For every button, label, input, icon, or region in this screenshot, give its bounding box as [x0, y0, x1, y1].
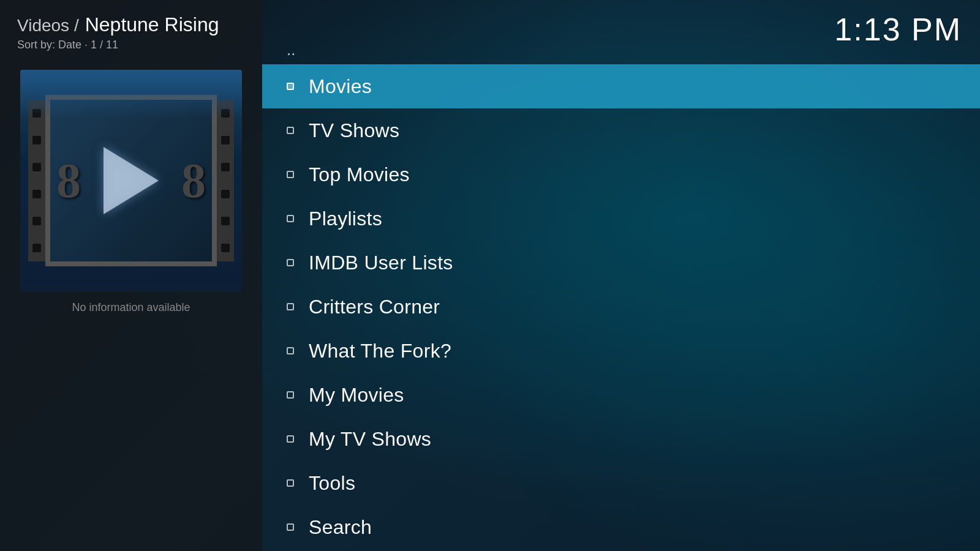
eight-right-label: 8: [181, 153, 206, 209]
menu-item-movies[interactable]: Movies: [262, 64, 980, 108]
sort-info: Sort by: Date · 1 / 11: [17, 39, 245, 51]
film-strip-left: [28, 100, 45, 261]
clock-display: 1:13 PM: [834, 11, 962, 48]
right-panel: 1:13 PM .. MoviesTV ShowsTop MoviesPlayl…: [262, 0, 980, 551]
menu-item-search[interactable]: Search: [262, 505, 980, 549]
menu-bullet-icon: [287, 347, 294, 354]
menu-bullet-icon: [287, 523, 294, 531]
menu-bullet-icon: [287, 479, 294, 487]
menu-item-top-movies[interactable]: Top Movies: [262, 152, 980, 197]
eight-left-label: 8: [56, 153, 81, 209]
menu-item-my-tv-shows[interactable]: My TV Shows: [262, 417, 980, 461]
menu-item-label: TV Shows: [309, 119, 399, 142]
menu-item-label: Critters Corner: [309, 296, 440, 318]
menu-bullet-icon: [287, 83, 294, 90]
menu-list: .. MoviesTV ShowsTop MoviesPlaylistsIMDB…: [262, 36, 980, 549]
menu-item-label: My Movies: [309, 384, 404, 407]
menu-item-label: Search: [309, 516, 372, 539]
menu-item-my-movies[interactable]: My Movies: [262, 373, 980, 417]
film-hole: [32, 190, 41, 198]
breadcrumb-current: Neptune Rising: [85, 13, 219, 36]
film-hole: [32, 136, 41, 144]
breadcrumb-parent: Videos /: [17, 16, 79, 36]
film-hole: [32, 244, 41, 252]
menu-item-label: Playlists: [309, 208, 382, 230]
film-hole: [221, 244, 230, 252]
menu-item-label: IMDB User Lists: [309, 252, 453, 274]
menu-item-label: Tools: [309, 472, 355, 495]
film-strip-right: [217, 100, 234, 261]
film-frame: 8 8: [45, 95, 217, 266]
film-hole: [221, 190, 230, 198]
film-hole: [221, 136, 230, 144]
thumbnail-inner: 8 8: [20, 70, 242, 291]
menu-bullet-icon: [287, 127, 294, 134]
film-hole: [221, 163, 230, 171]
menu-item-label: My TV Shows: [309, 428, 431, 451]
menu-bullet-icon: [287, 435, 294, 443]
menu-item-imdb-user-lists[interactable]: IMDB User Lists: [262, 241, 980, 285]
menu-bullet-icon: [287, 259, 294, 266]
menu-item-what-the-fork[interactable]: What The Fork?: [262, 329, 980, 373]
menu-item-label: Movies: [309, 75, 372, 98]
menu-item-label: What The Fork?: [309, 340, 451, 362]
menu-bullet-icon: [287, 303, 294, 310]
menu-item-playlists[interactable]: Playlists: [262, 197, 980, 241]
menu-bullet-icon: [287, 391, 294, 399]
film-hole: [32, 217, 41, 225]
film-hole: [221, 217, 230, 225]
left-panel: Videos / Neptune Rising Sort by: Date · …: [0, 0, 262, 551]
menu-item-tools[interactable]: Tools: [262, 461, 980, 505]
menu-item-critters-corner[interactable]: Critters Corner: [262, 285, 980, 329]
menu-item-label: Top Movies: [309, 163, 410, 186]
menu-item-tv-shows[interactable]: TV Shows: [262, 108, 980, 152]
menu-bullet-icon: [287, 215, 294, 222]
thumbnail-container: 8 8: [20, 70, 242, 291]
no-info-label: No information available: [72, 301, 190, 314]
header-info: Videos / Neptune Rising Sort by: Date · …: [0, 0, 262, 59]
play-icon: [104, 147, 159, 214]
menu-bullet-icon: [287, 171, 294, 178]
film-hole: [32, 163, 41, 171]
title-row: Videos / Neptune Rising: [17, 13, 245, 36]
